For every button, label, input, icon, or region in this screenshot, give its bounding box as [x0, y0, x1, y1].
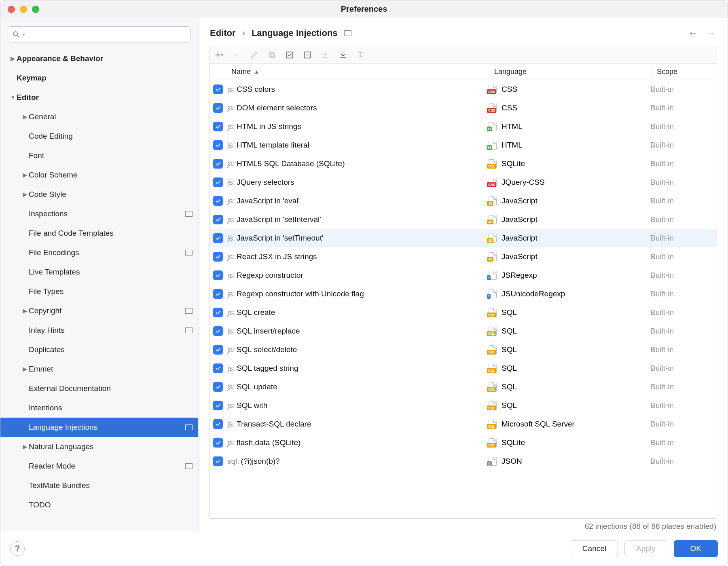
sidebar-item[interactable]: Inspections	[0, 204, 198, 224]
sidebar-item[interactable]: Inlay Hints	[0, 321, 198, 340]
sidebar-item[interactable]: Language Injections	[0, 418, 198, 437]
row-language: SQL	[502, 364, 517, 373]
row-checkbox[interactable]	[213, 326, 223, 336]
sidebar-item[interactable]: ▶Code Style	[0, 185, 198, 204]
breadcrumb-root[interactable]: Editor	[210, 28, 236, 38]
tree-arrow-icon: ▶	[21, 307, 29, 315]
table-row[interactable]: js: SQL insert/replaceSQLSQLBuilt-in	[210, 322, 717, 340]
sidebar-item[interactable]: Font	[0, 146, 198, 165]
row-checkbox[interactable]	[213, 419, 223, 429]
row-checkbox[interactable]	[213, 140, 223, 150]
row-checkbox[interactable]	[213, 382, 223, 392]
row-checkbox[interactable]	[213, 159, 223, 169]
row-checkbox[interactable]	[213, 363, 223, 373]
language-file-icon: SQL	[488, 382, 497, 391]
row-checkbox[interactable]	[213, 177, 223, 187]
sidebar-item[interactable]: ▶Appearance & Behavior	[0, 49, 198, 68]
column-scope[interactable]: Scope	[652, 64, 717, 80]
sidebar-item[interactable]: File Encodings	[0, 243, 198, 262]
row-prefix: js:	[227, 271, 235, 280]
row-prefix: js:	[227, 401, 235, 410]
cancel-button[interactable]: Cancel	[571, 540, 618, 557]
row-checkbox[interactable]	[213, 196, 223, 206]
table-row[interactable]: js: Transact-SQL declareSQLMicrosoft SQL…	[210, 415, 717, 433]
column-language[interactable]: Language	[489, 64, 652, 80]
disable-button[interactable]	[303, 50, 312, 60]
table-row[interactable]: js: Regexp constructor*JSRegexpBuilt-in	[210, 266, 717, 285]
search-input[interactable]	[28, 30, 186, 39]
table-row[interactable]: js: flash.data (SQLite)SQLSQLiteBuilt-in	[210, 433, 717, 452]
ok-button[interactable]: OK	[674, 540, 718, 557]
settings-search[interactable]: ▾	[8, 26, 191, 42]
row-checkbox[interactable]	[213, 215, 223, 224]
row-checkbox[interactable]	[213, 233, 223, 243]
row-scope: Built-in	[650, 271, 715, 280]
table-row[interactable]: js: SQL createSQLSQLBuilt-in	[210, 303, 717, 322]
sidebar-item[interactable]: Code Editing	[0, 127, 198, 146]
row-name: CSS colors	[237, 85, 275, 94]
table-row[interactable]: js: JQuery selectorsCSSJQuery-CSSBuilt-i…	[210, 173, 717, 192]
sidebar-item[interactable]: TODO	[0, 495, 198, 515]
sidebar-item[interactable]: Keymap	[0, 68, 198, 88]
table-row[interactable]: js: JavaScript in 'setInterval'JSJavaScr…	[210, 210, 717, 229]
search-dropdown-icon[interactable]: ▾	[23, 32, 25, 37]
table-row[interactable]: js: SQL select/deleteSQLSQLBuilt-in	[210, 340, 717, 359]
table-row[interactable]: js: HTML in JS stringsHHTMLBuilt-in	[210, 117, 717, 136]
row-language: JavaScript	[502, 215, 538, 224]
table-row[interactable]: js: SQL withSQLSQLBuilt-in	[210, 396, 717, 415]
import-button[interactable]	[338, 50, 348, 60]
row-checkbox[interactable]	[213, 270, 223, 280]
sidebar-item-label: General	[29, 112, 193, 121]
row-checkbox[interactable]	[213, 438, 223, 448]
sidebar-item[interactable]: ▼Editor	[0, 88, 198, 107]
table-row[interactable]: js: HTML template literalHHTMLBuilt-in	[210, 136, 717, 154]
sidebar-item[interactable]: File and Code Templates	[0, 224, 198, 243]
row-name: JQuery selectors	[237, 178, 294, 187]
row-prefix: js:	[227, 420, 235, 429]
sidebar-item-label: TextMate Bundles	[29, 481, 193, 490]
enable-button[interactable]	[285, 50, 294, 60]
sort-asc-icon: ▲	[254, 69, 259, 75]
table-row[interactable]: js: JavaScript in 'eval'JSJavaScriptBuil…	[210, 192, 717, 210]
table-row[interactable]: js: Regexp constructor with Unicode flag…	[210, 285, 717, 303]
table-row[interactable]: js: CSS colorsCSSCSSBuilt-in	[210, 80, 717, 99]
sidebar-item[interactable]: ▶Copyright	[0, 301, 198, 321]
sidebar-item[interactable]: ▶Color Scheme	[0, 165, 198, 185]
sidebar-item[interactable]: TextMate Bundles	[0, 476, 198, 495]
table-row[interactable]: js: SQL updateSQLSQLBuilt-in	[210, 378, 717, 396]
row-checkbox[interactable]	[213, 289, 223, 299]
sidebar-item[interactable]: ▶Natural Languages	[0, 437, 198, 456]
table-row[interactable]: js: HTML5 SQL Database (SQLite)SQLSQLite…	[210, 154, 717, 173]
sidebar-item[interactable]: File Types	[0, 282, 198, 301]
table-row[interactable]: js: DOM element selectorsCSSCSSBuilt-in	[210, 99, 717, 117]
sidebar-item[interactable]: Live Templates	[0, 262, 198, 282]
row-checkbox[interactable]	[213, 401, 223, 410]
row-checkbox[interactable]	[213, 252, 223, 262]
column-name[interactable]: Name ▲	[226, 64, 489, 80]
row-checkbox[interactable]	[213, 84, 223, 94]
table-row[interactable]: sql: (?i)json(b)?{}JSONBuilt-in	[210, 452, 717, 471]
table-row[interactable]: js: React JSX in JS stringsJSJavaScriptB…	[210, 247, 717, 266]
row-checkbox[interactable]	[213, 122, 223, 131]
add-button[interactable]: ▾	[214, 50, 223, 60]
sidebar-item[interactable]: ▶General	[0, 107, 198, 127]
row-checkbox[interactable]	[213, 308, 223, 317]
row-name: Regexp constructor	[237, 271, 303, 280]
apply-button: Apply	[624, 540, 667, 557]
row-checkbox[interactable]	[213, 103, 223, 113]
sidebar-item-label: File and Code Templates	[29, 229, 193, 238]
sidebar-item[interactable]: External Documentation	[0, 379, 198, 398]
row-checkbox[interactable]	[213, 456, 223, 466]
sidebar-item[interactable]: ▶Emmet	[0, 359, 198, 379]
sidebar-item-label: Live Templates	[29, 268, 193, 277]
sidebar-item-label: Font	[29, 151, 193, 160]
help-button[interactable]: ?	[10, 541, 25, 556]
nav-back-icon[interactable]: ←	[688, 28, 698, 38]
sidebar-item[interactable]: Intentions	[0, 398, 198, 418]
sidebar-item[interactable]: Duplicates	[0, 340, 198, 359]
table-row[interactable]: js: JavaScript in 'setTimeout'JSJavaScri…	[210, 229, 717, 247]
table-row[interactable]: js: SQL tagged stringSQLSQLBuilt-in	[210, 359, 717, 378]
row-checkbox[interactable]	[213, 345, 223, 355]
sidebar-item[interactable]: Reader Mode	[0, 456, 198, 476]
row-prefix: js:	[227, 178, 235, 187]
